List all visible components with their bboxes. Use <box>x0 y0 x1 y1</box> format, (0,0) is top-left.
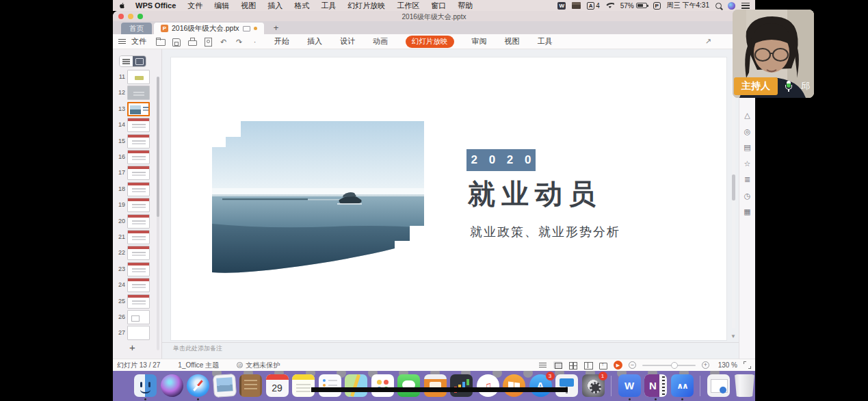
notes-placeholder[interactable]: 单击此处添加备注 <box>173 344 222 353</box>
slide-thumbnail-13[interactable]: 13 <box>113 102 161 116</box>
dock-icon-contacts[interactable] <box>239 374 262 397</box>
dock-icon-stocks[interactable] <box>450 374 473 397</box>
menubar-item-8[interactable]: 窗口 <box>431 1 446 10</box>
input-method-icon[interactable]: A 4 <box>587 2 600 10</box>
main-menu-icon[interactable] <box>118 39 126 44</box>
slide-thumbnail-17[interactable]: 17 <box>113 166 161 180</box>
dock-icon-siri[interactable] <box>161 374 183 397</box>
thumbnail-preview[interactable] <box>127 102 150 116</box>
reading-view-icon[interactable] <box>583 361 592 369</box>
thumbnail-preview[interactable] <box>127 294 150 309</box>
menubar-app-name[interactable]: WPS Office <box>135 1 176 10</box>
menubar-item-9[interactable]: 帮助 <box>458 1 473 10</box>
adjust-icon[interactable]: ≣ <box>739 175 755 184</box>
wps-tray-icon[interactable]: W <box>557 2 566 10</box>
thumbnail-preview[interactable] <box>127 86 150 100</box>
resource-icon[interactable]: ▤ <box>739 143 755 152</box>
notes-divider[interactable] <box>162 342 739 343</box>
redo-icon[interactable]: ↷ <box>235 38 244 46</box>
dock-icon-finder[interactable] <box>134 374 157 397</box>
ribbon-tab-工具[interactable]: 工具 <box>538 36 553 47</box>
panel-scrollbar[interactable] <box>157 77 159 350</box>
new-tab-button[interactable]: + <box>274 23 279 34</box>
ribbon-tab-动画[interactable]: 动画 <box>373 36 388 47</box>
slide-thumbnail-22[interactable]: 22 <box>113 246 161 260</box>
dock-icon-calendar[interactable]: 29 <box>266 374 289 397</box>
dock-icon-tencent-meeting[interactable]: ∧∧ <box>671 374 694 397</box>
thumbnail-preview[interactable] <box>127 198 150 212</box>
undo-icon[interactable]: ↶ <box>219 38 228 46</box>
thumbnail-preview[interactable] <box>127 262 150 276</box>
send-icon[interactable]: △ <box>739 111 755 120</box>
ribbon-tab-插入[interactable]: 插入 <box>307 36 322 47</box>
dock-icon-music[interactable]: ♫ <box>477 374 499 397</box>
spotlight-icon[interactable] <box>715 3 722 9</box>
microphone-icon[interactable] <box>785 81 792 92</box>
menubar-item-2[interactable]: 视图 <box>241 1 256 10</box>
print-icon[interactable] <box>187 38 196 46</box>
menubar-item-0[interactable]: 文件 <box>187 1 202 10</box>
thumbnail-preview[interactable] <box>127 214 150 229</box>
thumbnail-preview[interactable] <box>127 166 150 180</box>
slide-thumbnail-16[interactable]: 16 <box>113 150 161 164</box>
thumbnail-preview[interactable] <box>127 70 150 84</box>
menubar-item-5[interactable]: 工具 <box>321 1 336 10</box>
dock-icon-photos[interactable] <box>371 374 394 397</box>
dock-icon-maps[interactable] <box>345 374 367 397</box>
share-icon[interactable]: ↗ <box>705 37 711 46</box>
webcam-overlay[interactable]: 主持人 邱 <box>733 10 814 98</box>
battery-indicator[interactable]: 57% <box>620 2 647 10</box>
slide-thumbnail-11[interactable]: 11 <box>113 70 161 84</box>
tab-home[interactable]: 首页 <box>121 23 152 34</box>
thumbnail-preview[interactable] <box>127 310 150 324</box>
dock-icon-keynote[interactable] <box>555 374 578 397</box>
layers-tray-icon[interactable] <box>572 2 581 9</box>
dock-icon-books[interactable] <box>503 374 525 397</box>
thumbnail-preview[interactable] <box>127 182 150 196</box>
zoom-in-button[interactable]: + <box>702 361 709 369</box>
protection-status[interactable]: ⊘ 文档未保护 <box>237 361 280 370</box>
outline-view-button[interactable] <box>120 56 133 66</box>
slide-thumbnail-14[interactable]: 14 <box>113 118 161 132</box>
slide-thumbnail-19[interactable]: 19 <box>113 198 161 212</box>
slide-thumbnail-21[interactable]: 21 <box>113 230 161 244</box>
thumbnail-preview[interactable] <box>127 230 150 244</box>
wifi-icon[interactable] <box>606 3 614 9</box>
p-tray-icon[interactable]: P <box>653 2 661 10</box>
zoom-slider-thumb[interactable] <box>671 362 678 369</box>
menubar-item-4[interactable]: 格式 <box>294 1 309 10</box>
apple-menu-icon[interactable] <box>118 2 126 10</box>
thumbnail-preview[interactable] <box>127 278 150 292</box>
dock-icon-trash[interactable] <box>733 374 755 397</box>
ribbon-tab-开始[interactable]: 开始 <box>274 36 289 47</box>
notes-toggle-icon[interactable] <box>538 361 547 369</box>
open-icon[interactable] <box>156 38 165 46</box>
dock-icon-reminders[interactable] <box>319 374 341 397</box>
zoom-out-button[interactable]: − <box>629 361 636 369</box>
thumbnail-preview[interactable] <box>127 326 150 340</box>
slide-thumbnail-23[interactable]: 23 <box>113 262 161 276</box>
scroll-down-arrow[interactable]: ▼ <box>731 333 736 339</box>
dock-icon-notes[interactable] <box>292 374 315 397</box>
ribbon-tab-视图[interactable]: 视图 <box>505 36 520 47</box>
notification-center-icon[interactable] <box>741 3 750 9</box>
slide-thumbnail-12[interactable]: 12 <box>113 86 161 100</box>
dock-icon-preview[interactable] <box>212 374 236 398</box>
menubar-item-1[interactable]: 编辑 <box>214 1 229 10</box>
thumbnail-preview[interactable] <box>127 134 150 148</box>
history-icon[interactable]: ◷ <box>739 192 755 200</box>
sea-boat-image[interactable] <box>212 121 425 274</box>
thumbnail-preview[interactable] <box>127 246 150 260</box>
thumbnail-view-button[interactable] <box>133 56 146 66</box>
favorite-icon[interactable]: ☆ <box>739 159 755 168</box>
slide-thumbnail-25[interactable]: 25 <box>113 294 161 309</box>
image-icon[interactable]: ▦ <box>739 207 755 216</box>
help-icon[interactable]: ◎ <box>739 127 755 136</box>
cast-icon[interactable] <box>599 361 607 369</box>
add-slide-button[interactable]: + <box>129 341 135 353</box>
slide-sorter-icon[interactable] <box>568 361 577 369</box>
current-slide[interactable]: 2 0 2 0 就业动员 就业政策、就业形势分析 <box>171 57 726 340</box>
dock-icon-wps-office[interactable]: W <box>618 374 641 397</box>
dock-icon-files[interactable] <box>707 374 730 397</box>
slide-thumbnail-18[interactable]: 18 <box>113 182 161 196</box>
